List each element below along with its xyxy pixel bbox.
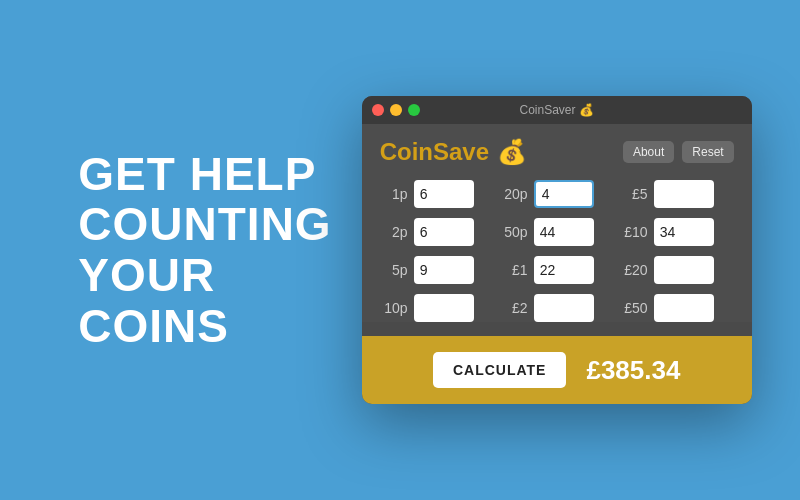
title-bar-label: CoinSaver 💰 bbox=[519, 103, 593, 117]
footer-bar: CALCULATE £385.34 bbox=[362, 336, 752, 404]
label-1pound: £1 bbox=[500, 262, 528, 278]
coin-row-1pound: £1 bbox=[500, 256, 614, 284]
traffic-lights bbox=[372, 104, 420, 116]
input-2p[interactable] bbox=[414, 218, 474, 246]
about-button[interactable]: About bbox=[623, 141, 674, 163]
app-window: CoinSaver 💰 CoinSave 💰 About Reset 1p 20… bbox=[362, 96, 752, 404]
logo-emoji: 💰 bbox=[497, 138, 527, 166]
coin-grid: 1p 20p £5 2p 50p £10 bbox=[380, 180, 734, 322]
coin-row-20pound: £20 bbox=[620, 256, 734, 284]
label-10pound: £10 bbox=[620, 224, 648, 240]
input-10p[interactable] bbox=[414, 294, 474, 322]
input-50pound[interactable] bbox=[654, 294, 714, 322]
coin-row-5p: 5p bbox=[380, 256, 494, 284]
label-10p: 10p bbox=[380, 300, 408, 316]
app-body: CoinSave 💰 About Reset 1p 20p £5 bbox=[362, 124, 752, 322]
coin-row-2p: 2p bbox=[380, 218, 494, 246]
reset-button[interactable]: Reset bbox=[682, 141, 733, 163]
label-5pound: £5 bbox=[620, 186, 648, 202]
app-header: CoinSave 💰 About Reset bbox=[380, 138, 734, 166]
input-10pound[interactable] bbox=[654, 218, 714, 246]
label-50p: 50p bbox=[500, 224, 528, 240]
result-display: £385.34 bbox=[586, 355, 680, 386]
left-panel: GET HELPCOUNTINGYOURCOINS bbox=[48, 109, 361, 391]
maximize-button[interactable] bbox=[408, 104, 420, 116]
label-2p: 2p bbox=[380, 224, 408, 240]
input-20p[interactable] bbox=[534, 180, 594, 208]
input-50p[interactable] bbox=[534, 218, 594, 246]
label-5p: 5p bbox=[380, 262, 408, 278]
input-5pound[interactable] bbox=[654, 180, 714, 208]
coin-row-2pound: £2 bbox=[500, 294, 614, 322]
coin-row-50p: 50p bbox=[500, 218, 614, 246]
label-2pound: £2 bbox=[500, 300, 528, 316]
calculate-button[interactable]: CALCULATE bbox=[433, 352, 567, 388]
hero-text: GET HELPCOUNTINGYOURCOINS bbox=[78, 149, 331, 351]
close-button[interactable] bbox=[372, 104, 384, 116]
coin-row-10pound: £10 bbox=[620, 218, 734, 246]
coin-row-10p: 10p bbox=[380, 294, 494, 322]
title-bar: CoinSaver 💰 bbox=[362, 96, 752, 124]
input-20pound[interactable] bbox=[654, 256, 714, 284]
header-buttons: About Reset bbox=[623, 141, 734, 163]
input-1p[interactable] bbox=[414, 180, 474, 208]
label-1p: 1p bbox=[380, 186, 408, 202]
input-1pound[interactable] bbox=[534, 256, 594, 284]
label-50pound: £50 bbox=[620, 300, 648, 316]
coin-row-50pound: £50 bbox=[620, 294, 734, 322]
coin-row-5pound: £5 bbox=[620, 180, 734, 208]
logo-text: CoinSave bbox=[380, 138, 489, 166]
label-20p: 20p bbox=[500, 186, 528, 202]
label-20pound: £20 bbox=[620, 262, 648, 278]
coin-row-1p: 1p bbox=[380, 180, 494, 208]
input-5p[interactable] bbox=[414, 256, 474, 284]
app-logo: CoinSave 💰 bbox=[380, 138, 527, 166]
input-2pound[interactable] bbox=[534, 294, 594, 322]
coin-row-20p: 20p bbox=[500, 180, 614, 208]
minimize-button[interactable] bbox=[390, 104, 402, 116]
